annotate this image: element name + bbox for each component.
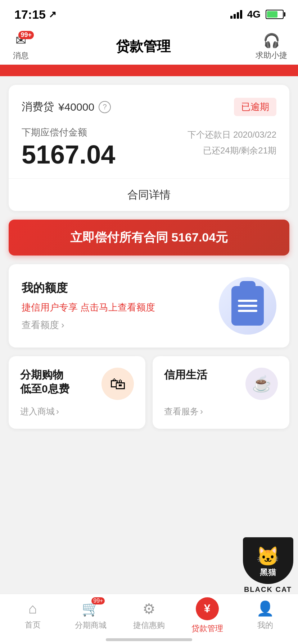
clipboard-icon	[231, 286, 264, 326]
due-amount: 5167.04	[22, 142, 115, 167]
message-badge: 99+	[18, 31, 34, 39]
tab-mall-label: 分期商城	[75, 620, 107, 631]
loan-card: 消费贷 ¥40000 ? 已逾期 下期应偿付金额 5167.04 下个还款日 2…	[9, 85, 289, 211]
tab-benefits[interactable]: ⚙ 捷信惠购	[120, 601, 178, 631]
clipboard-line	[238, 305, 257, 307]
credit-life-card: 信用生活 ☕ 查看服务 ›	[153, 356, 289, 429]
shopping-link-label: 进入商城	[20, 406, 55, 417]
status-time: 17:15 ↗	[14, 8, 57, 22]
time-display: 17:15	[14, 8, 46, 22]
yuan-icon: ¥	[196, 597, 219, 620]
due-label: 下期应偿付金额	[22, 126, 115, 139]
loan-date-section: 下个还款日 2020/03/22 已还24期/剩余21期	[188, 126, 276, 156]
shopping-card-top: 分期购物低至0息费 🛍	[20, 368, 134, 400]
repay-button-label: 立即偿付所有合同 5167.04元	[70, 229, 228, 246]
coffee-icon-wrap: ☕	[245, 368, 278, 400]
location-icon: ↗	[49, 9, 57, 20]
tab-mine[interactable]: 👤 我的	[236, 600, 294, 631]
next-date-value: 2020/03/22	[233, 130, 276, 139]
credit-link[interactable]: 查看额度 ›	[22, 319, 155, 331]
clipboard-line	[238, 310, 257, 312]
battery-icon	[266, 10, 284, 19]
status-bar: 17:15 ↗ 4G	[0, 0, 298, 29]
black-cat-shield: 🐱 黑猫	[243, 537, 293, 584]
gear-icon: ⚙	[143, 601, 155, 617]
cat-emoji: 🐱	[256, 547, 280, 566]
loan-card-header: 消费贷 ¥40000 ? 已逾期	[22, 98, 276, 116]
help-button[interactable]: 🎧 求助小捷	[256, 33, 287, 61]
signal-icon	[230, 10, 242, 19]
credit-life-link[interactable]: 查看服务 ›	[164, 406, 278, 417]
repay-all-button[interactable]: 立即偿付所有合同 5167.04元	[9, 220, 289, 256]
cart-badge: 99+	[91, 597, 105, 604]
status-icons: 4G	[230, 9, 284, 20]
credit-info: 我的额度 捷信用户专享 点击马上查看额度 查看额度 ›	[22, 280, 155, 331]
chevron-right-icon: ›	[200, 406, 203, 417]
tab-mine-label: 我的	[257, 620, 273, 631]
main-content: 消费贷 ¥40000 ? 已逾期 下期应偿付金额 5167.04 下个还款日 2…	[0, 76, 298, 429]
chevron-right-icon: ›	[61, 319, 64, 331]
black-cat-text: BLACK CAT	[244, 585, 292, 594]
home-indicator	[106, 638, 192, 641]
help-circle-icon[interactable]: ?	[99, 101, 111, 113]
headset-icon: 🎧	[263, 33, 280, 49]
overdue-badge: 已逾期	[234, 98, 276, 116]
tab-loan-mgmt[interactable]: ¥ 贷款管理	[178, 597, 236, 634]
tab-benefits-label: 捷信惠购	[133, 620, 165, 631]
clipboard-line	[238, 300, 257, 302]
message-button[interactable]: ✉ 99+ 消息	[11, 32, 31, 61]
next-date-label: 下个还款日	[188, 130, 231, 139]
help-label: 求助小捷	[256, 50, 287, 61]
home-icon: ⌂	[28, 601, 37, 617]
tab-loan-label: 贷款管理	[191, 623, 223, 634]
periods-text: 已还24期/剩余21期	[188, 145, 276, 156]
bag-icon-wrap: 🛍	[101, 368, 134, 400]
credit-link-label: 查看额度	[22, 319, 59, 331]
credit-icon-wrap	[219, 277, 276, 335]
message-label: 消息	[13, 50, 29, 61]
bottom-cards-row: 分期购物低至0息费 🛍 进入商城 › 信用生活 ☕ 查看服务 ›	[9, 356, 289, 429]
network-label: 4G	[247, 9, 261, 20]
shopping-link[interactable]: 进入商城 ›	[20, 406, 134, 417]
bag-icon: 🛍	[110, 375, 126, 393]
coffee-icon: ☕	[252, 374, 272, 393]
tab-home-label: 首页	[25, 620, 41, 630]
chevron-right-icon: ›	[56, 406, 59, 417]
person-icon: 👤	[256, 600, 274, 617]
loan-amount: ¥40000	[58, 101, 94, 113]
mall-badge-wrap: 🛒 99+	[82, 600, 100, 617]
shopping-card: 分期购物低至0息费 🛍 进入商城 ›	[9, 356, 145, 429]
loan-type-info: 消费贷 ¥40000 ?	[22, 100, 111, 114]
red-banner	[0, 65, 298, 76]
nav-header: ✉ 99+ 消息 贷款管理 🎧 求助小捷	[0, 29, 298, 65]
loan-amount-section: 下期应偿付金额 5167.04	[22, 126, 115, 167]
contract-detail-button[interactable]: 合同详情	[22, 179, 276, 211]
black-cat-watermark: 🐱 黑猫 BLACK CAT	[238, 535, 298, 594]
loan-card-body: 下期应偿付金额 5167.04 下个还款日 2020/03/22 已还24期/剩…	[22, 126, 276, 167]
shopping-card-title: 分期购物低至0息费	[20, 368, 69, 396]
next-date-row: 下个还款日 2020/03/22	[188, 129, 276, 141]
credit-life-card-top: 信用生活 ☕	[164, 368, 278, 400]
bottom-tab-bar: ⌂ 首页 🛒 99+ 分期商城 ⚙ 捷信惠购 ¥ 贷款管理 👤 我的	[0, 594, 298, 644]
hei-mao-label: 黑猫	[260, 567, 276, 578]
contract-detail-label: 合同详情	[127, 188, 171, 202]
page-title: 贷款管理	[116, 37, 171, 56]
credit-sub[interactable]: 捷信用户专享 点击马上查看额度	[22, 301, 155, 314]
credit-life-title: 信用生活	[164, 368, 207, 382]
battery-fill	[267, 11, 277, 18]
tab-home[interactable]: ⌂ 首页	[4, 601, 62, 630]
credit-limit-card: 我的额度 捷信用户专享 点击马上查看额度 查看额度 ›	[9, 264, 289, 348]
loan-type-name: 消费贷	[22, 100, 54, 114]
credit-title: 我的额度	[22, 280, 155, 296]
credit-life-link-label: 查看服务	[164, 406, 199, 417]
message-icon-wrap: ✉ 99+	[11, 32, 31, 49]
clipboard-lines	[238, 300, 257, 312]
tab-mall[interactable]: 🛒 99+ 分期商城	[62, 600, 120, 631]
